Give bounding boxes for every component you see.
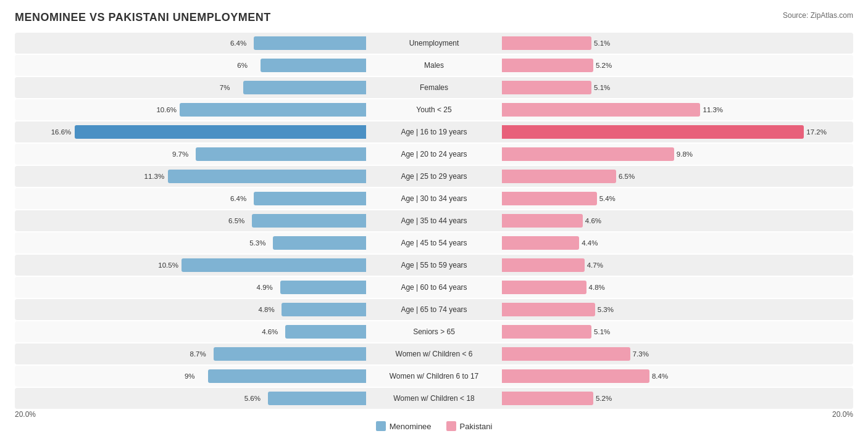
bars-wrapper: 10.5% Age | 55 to 59 years 4.7% xyxy=(15,257,853,274)
right-value: 9.8% xyxy=(677,150,853,158)
left-area: 6.5% xyxy=(15,212,366,229)
bars-wrapper: 6.4% Unemployment 5.1% xyxy=(15,35,853,52)
bars-wrapper: 9.7% Age | 20 to 24 years 9.8% xyxy=(15,146,853,163)
bar-row: 6% Males 5.2% xyxy=(15,55,853,76)
left-value: 11.3% xyxy=(144,173,165,180)
bar-row: 5.6% Women w/ Children < 18 5.2% xyxy=(15,388,853,409)
blue-bar xyxy=(252,214,366,228)
pink-bar xyxy=(502,236,579,250)
legend-pakistani: Pakistani xyxy=(446,421,493,431)
bars-wrapper: 10.6% Youth < 25 11.3% xyxy=(15,101,853,118)
center-label: Women w/ Children < 18 xyxy=(366,394,502,403)
right-value: 5.1% xyxy=(594,84,853,91)
bar-row: 11.3% Age | 25 to 29 years 6.5% xyxy=(15,166,853,187)
pink-bar xyxy=(502,347,630,361)
blue-bar xyxy=(254,36,366,50)
pink-bar xyxy=(502,192,597,205)
blue-bar xyxy=(254,192,366,205)
blue-bar xyxy=(208,369,366,383)
bar-row: 6.5% Age | 35 to 44 years 4.6% xyxy=(15,210,853,231)
pink-bar xyxy=(502,36,591,50)
chart-container: MENOMINEE VS PAKISTANI UNEMPLOYMENT Sour… xyxy=(0,0,868,443)
legend-box-menominee xyxy=(376,421,386,431)
bar-row: 4.9% Age | 60 to 64 years 4.8% xyxy=(15,277,853,298)
center-label: Age | 45 to 54 years xyxy=(366,239,502,247)
right-area: 8.4% xyxy=(502,368,853,385)
blue-bar xyxy=(261,59,366,72)
chart-title: MENOMINEE VS PAKISTANI UNEMPLOYMENT xyxy=(15,11,271,24)
left-area: 9% xyxy=(15,368,366,385)
left-area: 11.3% xyxy=(15,168,366,185)
axis-left-label: 20.0% xyxy=(15,410,366,419)
center-label: Women w/ Children < 6 xyxy=(366,350,502,358)
pink-bar xyxy=(502,369,649,383)
bars-wrapper: 5.6% Women w/ Children < 18 5.2% xyxy=(15,390,853,407)
right-area: 4.7% xyxy=(502,257,853,274)
center-label: Age | 60 to 64 years xyxy=(366,283,502,292)
chart-header: MENOMINEE VS PAKISTANI UNEMPLOYMENT Sour… xyxy=(15,11,853,24)
center-label: Age | 25 to 29 years xyxy=(366,172,502,181)
blue-bar xyxy=(182,258,366,272)
center-label: Age | 16 to 19 years xyxy=(366,128,502,136)
left-value: 7% xyxy=(220,84,230,91)
bar-row: 10.6% Youth < 25 11.3% xyxy=(15,99,853,120)
center-label: Males xyxy=(366,61,502,70)
legend-label-menominee: Menominee xyxy=(390,422,432,431)
pink-bar xyxy=(502,103,700,117)
bar-row: 9% Women w/ Children 6 to 17 8.4% xyxy=(15,366,853,387)
left-value: 10.6% xyxy=(156,106,177,113)
center-label: Age | 30 to 34 years xyxy=(366,194,502,203)
chart-source: Source: ZipAtlas.com xyxy=(783,11,853,20)
bars-wrapper: 6.4% Age | 30 to 34 years 5.4% xyxy=(15,190,853,207)
bars-wrapper: 6% Males 5.2% xyxy=(15,57,853,74)
pink-bar xyxy=(502,303,595,316)
bar-row: 6.4% Age | 30 to 34 years 5.4% xyxy=(15,188,853,209)
pink-bar xyxy=(502,170,616,183)
right-value: 5.1% xyxy=(594,39,853,47)
right-area: 5.1% xyxy=(502,79,853,96)
right-area: 5.2% xyxy=(502,390,853,407)
right-area: 5.1% xyxy=(502,323,853,340)
left-area: 4.6% xyxy=(15,323,366,340)
legend: Menominee Pakistani xyxy=(15,421,853,431)
bars-wrapper: 11.3% Age | 25 to 29 years 6.5% xyxy=(15,168,853,185)
blue-bar xyxy=(285,325,366,339)
bars-wrapper: 16.6% Age | 16 to 19 years 17.2% xyxy=(15,123,853,141)
left-value: 6% xyxy=(237,62,248,69)
bar-row: 4.6% Seniors > 65 5.1% xyxy=(15,321,853,342)
center-label: Age | 20 to 24 years xyxy=(366,150,502,158)
axis-center-spacer xyxy=(366,410,502,419)
blue-bar xyxy=(280,281,366,294)
blue-bar xyxy=(196,147,366,161)
axis-right-label: 20.0% xyxy=(502,410,853,419)
right-area: 17.2% xyxy=(502,123,853,141)
right-value: 4.6% xyxy=(585,217,853,224)
pink-bar xyxy=(502,147,674,161)
left-value: 10.5% xyxy=(158,261,178,269)
pink-bar xyxy=(502,325,591,339)
center-label: Youth < 25 xyxy=(366,105,502,114)
right-value: 5.2% xyxy=(596,62,853,69)
right-area: 4.4% xyxy=(502,234,853,252)
bars-wrapper: 7% Females 5.1% xyxy=(15,79,853,96)
left-area: 5.3% xyxy=(15,234,366,252)
left-area: 9.7% xyxy=(15,146,366,163)
left-value: 4.9% xyxy=(257,284,273,291)
right-value: 6.5% xyxy=(619,173,853,180)
left-area: 5.6% xyxy=(15,390,366,407)
left-value: 9% xyxy=(185,372,195,380)
bars-wrapper: 9% Women w/ Children 6 to 17 8.4% xyxy=(15,368,853,385)
left-value: 6.4% xyxy=(230,195,246,202)
left-area: 6.4% xyxy=(15,190,366,207)
bar-row: 16.6% Age | 16 to 19 years 17.2% xyxy=(15,121,853,142)
right-value: 4.4% xyxy=(582,239,853,247)
center-label: Unemployment xyxy=(366,39,502,47)
left-value: 5.3% xyxy=(249,239,265,247)
legend-box-pakistani xyxy=(446,421,456,431)
right-area: 9.8% xyxy=(502,146,853,163)
legend-menominee: Menominee xyxy=(376,421,432,431)
bar-row: 10.5% Age | 55 to 59 years 4.7% xyxy=(15,255,853,276)
blue-bar xyxy=(282,303,366,316)
bars-wrapper: 4.6% Seniors > 65 5.1% xyxy=(15,323,853,340)
blue-bar xyxy=(268,392,366,405)
